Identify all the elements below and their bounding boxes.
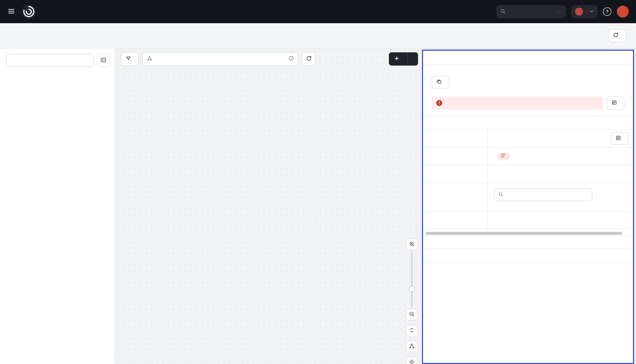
zoom-slider[interactable] (406, 251, 417, 308)
asset-subset-input[interactable] (142, 52, 298, 66)
deployment-badge (575, 8, 583, 16)
materialization-section-header[interactable] (423, 116, 633, 130)
run-failed-alert: ! (432, 96, 603, 110)
top-navbar: ? (0, 0, 636, 23)
asset-subset-text-input[interactable] (155, 56, 286, 62)
recenter-button[interactable] (406, 357, 417, 364)
collapse-groups-button[interactable] (406, 325, 417, 336)
info-icon[interactable] (289, 56, 294, 62)
asset-details-panel: ! (422, 50, 634, 364)
materialize-selected-button[interactable] (389, 52, 407, 66)
metadata-plots-section-header[interactable] (423, 249, 633, 263)
query-value (487, 211, 633, 229)
target-icon (409, 359, 414, 364)
zoom-slider-handle[interactable] (409, 286, 415, 292)
search-icon (499, 192, 503, 198)
refresh-graph-button[interactable] (302, 52, 315, 66)
view-logs-button[interactable] (607, 96, 624, 110)
run-view-logs-button[interactable] (611, 132, 628, 145)
unsynced-badge[interactable] (498, 153, 510, 160)
reload-definitions-button[interactable] (608, 29, 626, 42)
sparkle-icon (394, 56, 399, 62)
panel-horizontal-scrollbar[interactable] (426, 232, 630, 235)
question-mark-icon: ? (606, 9, 609, 14)
user-avatar[interactable] (617, 6, 629, 18)
row-count-row (423, 165, 633, 183)
hamburger-menu-button[interactable] (7, 7, 15, 16)
dataframe-columns-key (423, 183, 487, 194)
filter-columns-input[interactable] (494, 188, 592, 201)
materialize-dropdown-button[interactable] (407, 52, 418, 66)
search-shortcut-key (556, 11, 562, 12)
zoom-slider-track (411, 251, 412, 308)
plot-title (423, 263, 633, 268)
asset-tree (0, 70, 115, 72)
materialize-split-button (389, 52, 418, 66)
sync-icon (501, 154, 505, 159)
lineage-canvas[interactable] (115, 48, 422, 364)
run-row (423, 130, 633, 147)
copy-icon (437, 79, 442, 85)
graph-icon (409, 343, 414, 350)
logs-icon (616, 135, 621, 141)
logs-icon (612, 100, 617, 106)
refresh-icon (613, 32, 618, 39)
row-count-value (487, 165, 633, 183)
op-selection-icon (147, 56, 152, 63)
filter-button[interactable] (121, 52, 138, 66)
asset-catalog-sidebar (0, 48, 115, 364)
view-metadata-button[interactable] (432, 76, 449, 88)
jump-to-input[interactable] (6, 54, 93, 67)
query-row (423, 211, 633, 229)
zoom-out-button[interactable] (406, 309, 417, 320)
zoom-controls (405, 239, 418, 364)
zoom-in-button[interactable] (406, 239, 417, 250)
collapse-sidebar-button[interactable] (97, 54, 110, 67)
zoom-out-icon (409, 311, 415, 318)
timestamp-row (423, 147, 633, 165)
row-count-key (423, 165, 487, 183)
dataframe-columns-row (423, 183, 633, 211)
chevron-down-icon (590, 9, 594, 15)
filter-funnel-icon (126, 56, 131, 62)
run-key (423, 130, 487, 147)
description-section-header[interactable] (423, 51, 633, 65)
hamburger-icon (7, 7, 15, 16)
error-icon: ! (436, 100, 442, 106)
timestamp-key (423, 147, 487, 165)
lineage-graph-area (115, 48, 422, 364)
system-tags-section-header[interactable] (423, 235, 633, 249)
query-key (423, 211, 487, 229)
collapse-panel-icon (100, 57, 106, 64)
dagster-logo-icon[interactable] (21, 4, 36, 19)
help-button[interactable]: ? (603, 7, 611, 16)
deployment-switcher[interactable] (571, 5, 598, 18)
filter-columns-text-input[interactable] (506, 192, 588, 198)
zoom-in-icon (409, 241, 415, 248)
global-search-input[interactable] (496, 5, 566, 18)
graph-layout-button[interactable] (406, 341, 417, 352)
refresh-icon (306, 56, 312, 62)
scrollbar-thumb[interactable] (426, 232, 622, 235)
page-header (0, 23, 636, 48)
collapse-chevrons-icon (409, 328, 414, 334)
search-icon (500, 9, 505, 15)
